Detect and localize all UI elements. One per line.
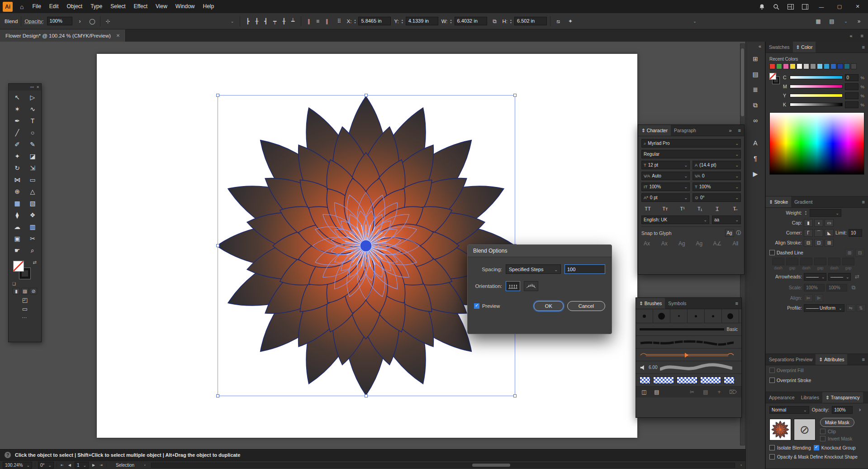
recent-color-swatch[interactable] <box>769 63 775 69</box>
swap-arrowheads-icon[interactable]: ⇄ <box>853 272 862 281</box>
tab-symbols[interactable]: Symbols <box>665 298 689 309</box>
y-stepper[interactable] <box>400 19 404 24</box>
tab-brushes[interactable]: ⇕ Brushes <box>636 298 665 309</box>
fill-none-button[interactable]: ⊘ <box>30 288 37 294</box>
stroke-weight-field[interactable] <box>810 209 841 217</box>
recent-color-swatch[interactable] <box>837 63 843 69</box>
recent-color-swatch[interactable] <box>824 63 830 69</box>
tracking-field[interactable]: VA 0 <box>693 172 741 180</box>
chevron-down-icon[interactable] <box>228 17 237 26</box>
width-tool[interactable]: ⋈ <box>9 174 25 186</box>
snap-angular-guide-icon[interactable]: A∠ <box>712 239 723 248</box>
selection-tool[interactable]: ↖ <box>9 91 25 103</box>
close-toolbar-icon[interactable]: ✕ <box>36 85 39 89</box>
artboard-tool[interactable]: ▣ <box>9 233 25 244</box>
vertical-scale-field[interactable]: IT 100% <box>641 182 690 191</box>
panel-menu-icon[interactable]: ≡ <box>732 298 741 309</box>
align-bottom-icon[interactable]: ┷ <box>289 17 298 26</box>
chevron-down-icon[interactable] <box>690 17 699 26</box>
panel-menu-icon[interactable]: ≡ <box>859 42 868 53</box>
expand-panels-icon[interactable]: « <box>759 43 765 49</box>
recent-color-swatch[interactable] <box>810 63 816 69</box>
strikethrough-button[interactable]: T̶ <box>729 204 740 213</box>
calligraphic-brush-swatch[interactable] <box>653 309 670 323</box>
shear-icon[interactable]: ⧅ <box>554 17 563 26</box>
recent-color-swatch[interactable] <box>844 63 850 69</box>
blend-tool[interactable]: ❖ <box>25 209 40 221</box>
baseline-shift-field[interactable]: Aª 0 pt <box>641 193 690 202</box>
workspace-layout-icon[interactable] <box>787 3 795 11</box>
brush-charcoal[interactable] <box>636 336 741 349</box>
specified-steps-input[interactable] <box>564 264 605 274</box>
miter-limit-field[interactable]: 10 <box>849 229 862 237</box>
help-icon[interactable]: ? <box>5 452 11 458</box>
invert-mask-checkbox[interactable] <box>820 436 825 441</box>
shape-builder-tool[interactable]: ⊕ <box>9 186 25 197</box>
align-top-icon[interactable]: ┯ <box>270 17 280 26</box>
opacity-expand-icon[interactable]: › <box>855 405 864 414</box>
snap-cap-height-icon[interactable]: Ag <box>695 239 704 248</box>
panel-paragraph-icon[interactable]: ¶ <box>749 152 762 165</box>
w-field[interactable]: 6.4032 in <box>455 17 487 25</box>
column-graph-tool[interactable]: ▥ <box>25 221 40 233</box>
zoom-level-select[interactable]: 100.24% <box>3 462 32 469</box>
info-icon[interactable]: ⓘ <box>736 230 741 236</box>
align-stroke-inside-icon[interactable]: ⊡ <box>814 239 823 247</box>
recent-color-swatch[interactable] <box>783 63 789 69</box>
close-window-button[interactable]: ✕ <box>852 4 863 10</box>
fill-proxy[interactable] <box>769 73 776 80</box>
arrow-scale-end-field[interactable]: 100% <box>826 284 847 292</box>
recent-color-swatch[interactable] <box>797 63 802 69</box>
delete-brush-icon[interactable]: ⌦ <box>728 388 738 397</box>
dash-value-field[interactable] <box>772 258 784 265</box>
pen-tool[interactable]: ✒ <box>9 115 25 127</box>
snap-xheight-icon[interactable]: Ax <box>660 239 669 248</box>
brush-basic[interactable]: Basic <box>636 323 741 336</box>
panel-layers-icon[interactable]: ⧉ <box>749 99 762 111</box>
color-spectrum[interactable] <box>769 112 864 175</box>
recent-color-swatch[interactable] <box>830 63 836 69</box>
collapse-toolbar-icon[interactable]: «« <box>30 85 34 89</box>
language-select[interactable]: English: UK <box>641 215 709 224</box>
tab-transparency[interactable]: ⇕ Transparency <box>822 392 863 403</box>
new-brush-icon[interactable]: + <box>715 388 724 397</box>
line-segment-tool[interactable]: ╱ <box>9 127 25 139</box>
h-field[interactable]: 6.502 in <box>514 17 547 25</box>
panel-actions-icon[interactable]: ▶ <box>749 168 762 180</box>
tab-libraries[interactable]: Libraries <box>798 392 822 403</box>
align-stroke-outside-icon[interactable]: ⊞ <box>825 239 834 247</box>
panel-navigator-icon[interactable]: ⊞ <box>749 53 762 65</box>
channel-value-field[interactable] <box>845 101 859 108</box>
tab-separations-preview[interactable]: Separations Preview <box>766 354 816 365</box>
menu-item[interactable]: Type <box>86 0 106 13</box>
direct-selection-tool[interactable]: ▷ <box>25 91 40 103</box>
selection-handle[interactable] <box>365 394 368 397</box>
channel-slider[interactable] <box>790 85 843 88</box>
arrow-tip-align-icon[interactable]: ⊨ <box>804 294 813 302</box>
link-scale-icon[interactable]: ⧉ <box>849 283 858 292</box>
character-rotation-field[interactable]: ⊙ 0° <box>693 193 741 202</box>
align-left-icon[interactable]: ┣ <box>243 17 252 26</box>
scroll-left-icon[interactable]: ‹ <box>143 463 147 467</box>
projecting-cap-icon[interactable]: ▭ <box>825 219 834 227</box>
style-options-icon[interactable]: ✦ <box>566 17 575 26</box>
rotation-select[interactable]: 0° <box>38 462 54 469</box>
distribute-left-icon[interactable]: ∥ <box>304 17 313 26</box>
flip-along-icon[interactable]: ⇋ <box>846 304 855 312</box>
transform-grid-icon[interactable]: ⠿ <box>335 17 344 26</box>
snap-baseline-icon[interactable]: Ax <box>642 239 651 248</box>
dash-value-field[interactable] <box>800 258 812 265</box>
font-size-field[interactable]: T 12 pt <box>641 161 690 169</box>
tab-color[interactable]: ⇕ Color <box>793 42 816 53</box>
panel-menu-icon[interactable]: ≡ <box>735 125 744 136</box>
knockout-group-checkbox[interactable] <box>814 445 819 450</box>
isolate-blending-checkbox[interactable] <box>769 445 775 450</box>
tab-gradient[interactable]: Gradient <box>791 196 816 207</box>
recent-color-swatch[interactable] <box>817 63 823 69</box>
snap-anchor-point-icon[interactable]: A‖ <box>731 239 740 248</box>
dialog-title[interactable]: Blend Options <box>468 245 612 257</box>
draw-mode-button[interactable]: ◰ <box>22 297 28 303</box>
slice-tool[interactable]: ✂ <box>25 233 40 244</box>
recent-color-swatch[interactable] <box>851 63 857 69</box>
document-tab[interactable]: Flower Design* @ 100.24 % (CMYK/Preview)… <box>0 29 126 42</box>
